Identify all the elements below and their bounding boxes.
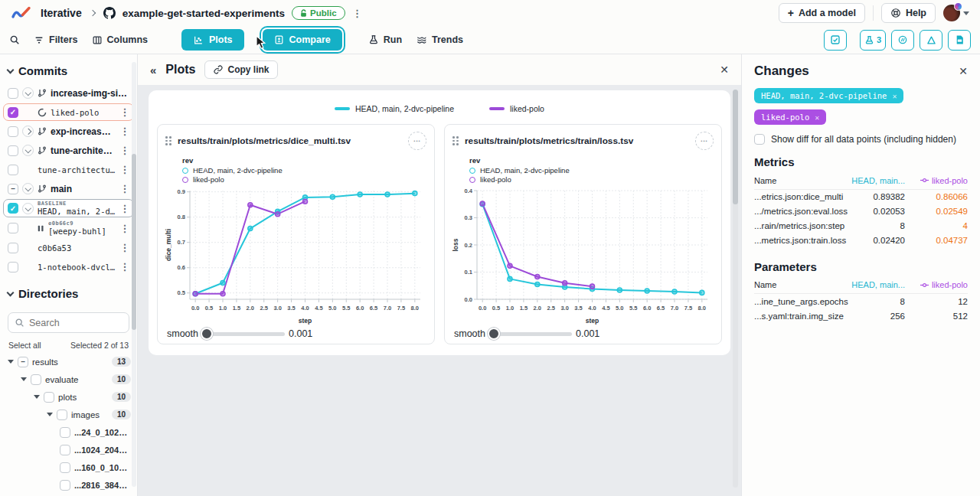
tree-row[interactable]: results13: [0, 353, 137, 370]
commit-row[interactable]: increase-img-size-epochs: [3, 84, 134, 102]
remove-revision-icon[interactable]: [815, 113, 819, 122]
commit-row[interactable]: BASELINEHEAD, main, 2-dvc-pip…: [3, 199, 134, 217]
show-diff-toggle[interactable]: Show diff for all data points (including…: [754, 134, 968, 145]
select-all-link[interactable]: Select all: [8, 341, 41, 350]
table-header-cell[interactable]: liked-polo: [905, 280, 968, 289]
commit-checkbox[interactable]: [8, 126, 18, 137]
commit-menu-kebab-icon[interactable]: [119, 183, 130, 194]
columns-button[interactable]: Columns: [92, 34, 148, 45]
commit-checkbox[interactable]: [8, 107, 18, 118]
commit-row[interactable]: main: [3, 180, 134, 197]
commit-checkbox[interactable]: [8, 243, 18, 253]
table-header-cell[interactable]: HEAD, main...: [848, 280, 905, 289]
filters-button[interactable]: Filters: [34, 34, 78, 45]
commit-menu-kebab-icon[interactable]: [119, 261, 130, 272]
chart-menu-button[interactable]: [695, 132, 714, 150]
tree-checkbox[interactable]: [44, 392, 54, 403]
slider-handle[interactable]: [488, 328, 500, 340]
commit-row[interactable]: tune-architecture: [3, 161, 134, 178]
help-button[interactable]: Help: [881, 3, 936, 23]
slider-handle[interactable]: [201, 328, 213, 340]
tree-row[interactable]: ...1024_2048.png: [0, 441, 137, 458]
expander-chevron-icon[interactable]: [22, 183, 34, 194]
smooth-slider[interactable]: [202, 332, 285, 336]
tree-checkbox[interactable]: [60, 462, 70, 473]
table-header-cell[interactable]: HEAD, main...: [848, 176, 905, 185]
experiments-count-button[interactable]: 3: [860, 30, 886, 51]
close-plots-icon[interactable]: [720, 64, 729, 76]
directories-search[interactable]: [8, 312, 129, 333]
expander-chevron-icon[interactable]: [22, 87, 34, 99]
commit-checkbox[interactable]: [8, 145, 18, 156]
commit-checkbox[interactable]: [8, 223, 18, 233]
tree-caret-icon[interactable]: [21, 377, 27, 381]
commit-row[interactable]: c0b6a53: [3, 239, 134, 256]
tree-row[interactable]: evaluate10: [0, 370, 137, 388]
commits-section-header[interactable]: Commits: [0, 54, 137, 83]
tree-row[interactable]: plots10: [0, 388, 137, 406]
tree-checkbox[interactable]: [18, 357, 28, 367]
table-header-cell[interactable]: liked-polo: [905, 176, 968, 185]
hidden-plots-button[interactable]: [891, 30, 914, 51]
commit-row[interactable]: exp-increase-lr: [3, 122, 134, 140]
commit-row[interactable]: 1-notebook-dvclive: [3, 258, 134, 276]
show-diff-checkbox[interactable]: [754, 134, 765, 145]
tree-checkbox[interactable]: [31, 374, 41, 385]
commit-menu-kebab-icon[interactable]: [119, 126, 130, 137]
tree-checkbox[interactable]: [57, 410, 67, 420]
collapse-panel-icon[interactable]: «: [150, 64, 156, 77]
commit-row[interactable]: liked-polo: [3, 103, 134, 121]
brand-name[interactable]: Iterative: [41, 7, 82, 19]
commit-menu-kebab-icon[interactable]: [119, 223, 130, 234]
commit-menu-kebab-icon[interactable]: [119, 145, 130, 156]
trends-button[interactable]: Trends: [416, 34, 463, 45]
revision-badge[interactable]: liked-polo: [754, 109, 826, 125]
commit-menu-kebab-icon[interactable]: [119, 164, 130, 175]
drag-handle-icon[interactable]: [452, 136, 459, 145]
tree-row[interactable]: ...160_0_1024.png: [0, 458, 137, 476]
tree-row[interactable]: images10: [0, 406, 137, 423]
commit-menu-kebab-icon[interactable]: [119, 242, 130, 253]
repo-name[interactable]: example-get-started-experiments: [122, 8, 285, 19]
commit-row[interactable]: e0b66c9[weepy-buhl]: [3, 219, 134, 237]
smooth-slider[interactable]: [489, 332, 572, 336]
tree-caret-icon[interactable]: [34, 395, 40, 399]
user-menu[interactable]: [943, 5, 969, 21]
avatar[interactable]: [943, 5, 960, 21]
add-model-button[interactable]: Add a model: [779, 3, 865, 23]
chart-menu-button[interactable]: [408, 132, 426, 150]
plots-scrollbar[interactable]: [733, 90, 738, 488]
tree-caret-icon[interactable]: [8, 360, 14, 364]
commit-menu-kebab-icon[interactable]: [119, 203, 130, 214]
search-button[interactable]: [9, 34, 20, 45]
search-input[interactable]: [29, 318, 113, 328]
commit-checkbox[interactable]: [8, 262, 18, 272]
commit-row[interactable]: tune-architecture: [3, 142, 134, 159]
table-header-cell[interactable]: Name: [754, 176, 848, 185]
expander-chevron-icon[interactable]: [22, 126, 34, 137]
commit-checkbox[interactable]: [8, 165, 18, 175]
commit-checkbox[interactable]: [8, 203, 18, 214]
tree-checkbox[interactable]: [60, 445, 70, 455]
run-button[interactable]: Run: [368, 34, 402, 45]
sidebar-scrollbar[interactable]: [132, 62, 136, 487]
delta-button[interactable]: [920, 30, 942, 51]
repo-menu-kebab-icon[interactable]: [352, 8, 363, 19]
copy-link-button[interactable]: Copy link: [204, 60, 278, 79]
compare-button[interactable]: Compare: [263, 29, 342, 51]
tree-row[interactable]: ...24_0_1024.png: [0, 423, 137, 441]
expander-chevron-icon[interactable]: [22, 145, 34, 156]
commit-menu-kebab-icon[interactable]: [119, 106, 130, 118]
remove-revision-icon[interactable]: [892, 92, 897, 100]
tree-caret-icon[interactable]: [47, 413, 53, 416]
commit-checkbox[interactable]: [8, 88, 18, 99]
expander-chevron-icon[interactable]: [22, 203, 34, 214]
plots-button[interactable]: Plots: [181, 29, 244, 51]
directories-section-header[interactable]: Directories: [0, 277, 137, 305]
drag-handle-icon[interactable]: [165, 136, 172, 145]
commit-checkbox[interactable]: [8, 184, 18, 194]
close-changes-icon[interactable]: [959, 65, 968, 77]
export-csv-button[interactable]: [948, 30, 971, 51]
select-shown-button[interactable]: [824, 30, 847, 51]
tree-row[interactable]: ...2816_3840.png: [0, 476, 137, 494]
